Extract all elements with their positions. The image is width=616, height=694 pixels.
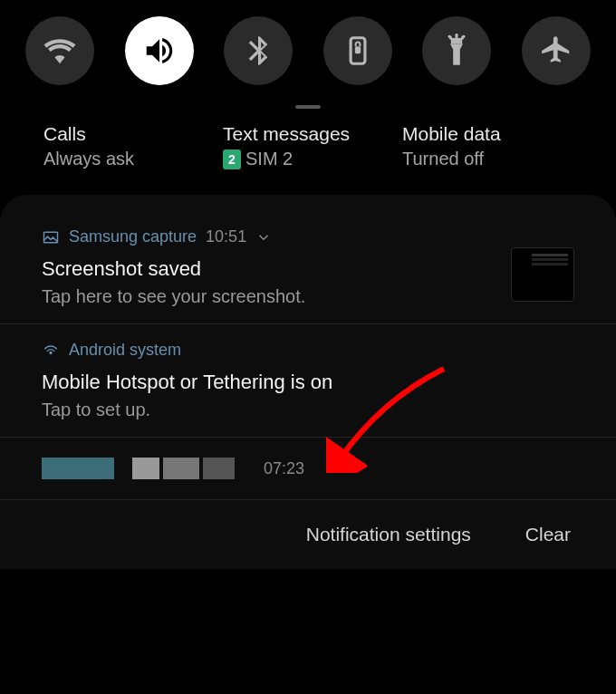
sim-badge: 2 <box>223 149 241 169</box>
texts-sub-text: SIM 2 <box>245 149 293 169</box>
notif-title: Mobile Hotspot or Tethering is on <box>42 371 574 394</box>
texts-title: Text messages <box>223 123 393 145</box>
notification-screenshot[interactable]: Samsung capture 10:51 Screenshot saved T… <box>0 211 616 324</box>
bluetooth-tile[interactable] <box>224 16 293 85</box>
airplane-icon <box>539 34 573 68</box>
panel-footer: Notification settings Clear <box>0 500 616 569</box>
sound-tile[interactable] <box>125 16 194 85</box>
wifi-icon <box>43 34 77 68</box>
notif-app: Android system <box>69 341 181 360</box>
quick-settings-row <box>0 0 616 94</box>
preferred-sim-row: Calls Always ask Text messages 2 SIM 2 M… <box>0 123 616 195</box>
flashlight-icon <box>439 34 474 68</box>
rotation-lock-tile[interactable] <box>323 16 392 85</box>
texts-sub: 2 SIM 2 <box>223 149 393 169</box>
redacted-block <box>132 458 235 479</box>
speaker-icon <box>142 34 177 68</box>
calls-pref[interactable]: Calls Always ask <box>43 123 214 169</box>
notif-text: Tap to set up. <box>42 400 574 420</box>
notif-text: Tap here to see your screenshot. <box>42 286 574 307</box>
flashlight-tile[interactable] <box>422 16 491 85</box>
svg-point-6 <box>49 351 52 353</box>
notification-hotspot[interactable]: Android system Mobile Hotspot or Tetheri… <box>0 324 616 438</box>
bluetooth-icon <box>241 34 275 68</box>
calls-title: Calls <box>43 123 214 145</box>
svg-line-3 <box>449 36 451 38</box>
data-pref[interactable]: Mobile data Turned off <box>402 123 573 169</box>
data-sub: Turned off <box>402 149 573 169</box>
wifi-tile[interactable] <box>25 16 94 85</box>
notif-header: Samsung capture 10:51 <box>42 227 574 246</box>
rotation-lock-icon <box>341 34 375 68</box>
picture-icon <box>42 228 60 246</box>
airplane-tile[interactable] <box>522 16 591 85</box>
notif-app: Samsung capture <box>69 227 197 246</box>
redacted-block <box>42 458 114 479</box>
notif-time: 10:51 <box>206 227 246 246</box>
clear-button[interactable]: Clear <box>525 524 571 545</box>
texts-pref[interactable]: Text messages 2 SIM 2 <box>223 123 393 169</box>
chevron-down-icon[interactable] <box>255 229 272 246</box>
svg-rect-5 <box>44 232 58 243</box>
screenshot-thumbnail[interactable] <box>511 247 574 302</box>
chevron-down-icon[interactable] <box>322 460 339 477</box>
notification-panel: Samsung capture 10:51 Screenshot saved T… <box>0 195 616 569</box>
data-title: Mobile data <box>402 123 573 145</box>
svg-rect-1 <box>355 46 361 53</box>
svg-line-4 <box>462 36 464 38</box>
drag-handle[interactable] <box>295 105 321 109</box>
hotspot-icon <box>42 342 60 360</box>
calls-sub: Always ask <box>43 149 214 169</box>
notif-time: 07:23 <box>264 459 304 478</box>
notification-settings-button[interactable]: Notification settings <box>306 524 471 545</box>
notif-header: Android system <box>42 341 574 360</box>
notification-redacted[interactable]: 07:23 <box>0 438 616 500</box>
notif-title: Screenshot saved <box>42 257 574 281</box>
